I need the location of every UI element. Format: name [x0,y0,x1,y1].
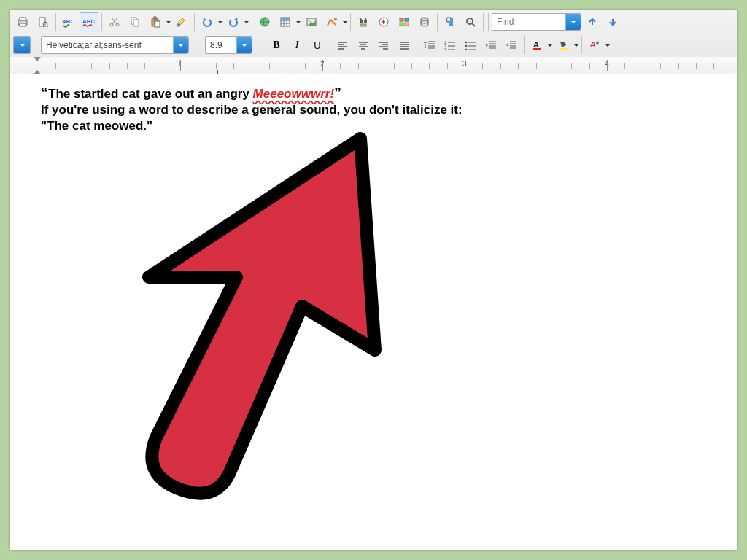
print-button[interactable] [13,12,32,31]
open-quote: “ [41,85,48,101]
line1-text: The startled cat gave out an angry [48,87,253,101]
find-replace-button[interactable] [354,12,373,31]
formatting-toolbar: B I U 123 [10,34,737,57]
auto-spellcheck-button[interactable]: ABC [80,12,98,31]
align-right-button[interactable] [374,36,393,55]
find-input[interactable] [492,14,565,30]
svg-rect-42 [559,48,568,50]
font-size-combo[interactable] [205,36,252,54]
nonprinting-chars-button[interactable] [441,12,460,31]
svg-rect-24 [360,24,366,26]
insert-drawing-button[interactable] [322,12,341,31]
zoom-button[interactable] [461,12,480,31]
cut-button[interactable] [105,12,124,31]
font-name-combo[interactable] [41,36,189,54]
paste-button[interactable] [146,12,165,31]
paragraph-1[interactable]: “The startled cat gave out an angry Meee… [41,85,728,102]
svg-rect-11 [133,20,139,26]
underline-button[interactable]: U [308,36,327,55]
clear-formatting-dropdown[interactable] [605,36,610,54]
svg-point-22 [360,19,363,23]
svg-point-21 [334,18,337,20]
undo-dropdown[interactable] [217,13,222,31]
separator [55,13,56,31]
increase-indent-button[interactable] [502,36,521,55]
svg-text:A: A [589,40,595,49]
separator [488,13,489,31]
redo-button[interactable] [224,12,243,31]
svg-point-20 [309,20,311,23]
clone-formatting-button[interactable] [172,12,191,31]
font-size-input[interactable] [206,37,236,53]
copy-button[interactable] [125,12,144,31]
find-prev-button[interactable] [583,12,602,31]
data-sources-button[interactable] [415,12,434,31]
svg-text:ABC: ABC [82,18,96,25]
font-name-input[interactable] [42,37,173,53]
paragraph-3[interactable]: "The cat meowed." [41,118,728,134]
document-viewport: “The startled cat gave out an angry Meee… [10,74,737,550]
highlight-dropdown[interactable] [573,36,578,54]
paragraph-2[interactable]: If you're using a word to describe a gen… [41,102,728,118]
svg-rect-14 [155,21,160,27]
decrease-indent-button[interactable] [481,36,500,55]
separator [524,36,525,54]
bullet-list-button[interactable] [461,36,480,55]
separator [101,13,102,31]
separator [194,13,195,31]
page[interactable]: “The startled cat gave out an angry Meee… [35,74,737,550]
svg-point-38 [465,45,468,47]
insert-image-button[interactable] [302,12,321,31]
app-window: ABC ABC [10,10,737,550]
print-preview-button[interactable] [34,12,53,31]
svg-line-33 [472,23,475,26]
italic-button[interactable]: I [287,36,306,55]
hyperlink-button[interactable] [255,12,274,31]
font-name-dropdown[interactable] [173,37,188,53]
drawing-dropdown[interactable] [342,13,347,31]
close-quote: ” [334,85,341,101]
font-size-dropdown[interactable] [236,37,252,53]
paragraph-style-combo[interactable] [13,36,31,54]
paste-dropdown[interactable] [166,13,171,31]
table-dropdown[interactable] [295,13,301,31]
separator [581,36,582,54]
svg-text:ABC: ABC [62,18,75,25]
gallery-button[interactable] [395,12,414,31]
clear-formatting-button[interactable]: A [585,36,604,55]
separator [483,13,484,31]
document-body[interactable]: “The startled cat gave out an angry Meee… [41,85,728,134]
find-combo[interactable] [492,13,581,31]
line-spacing-button[interactable] [420,36,439,55]
svg-line-5 [47,26,48,27]
svg-text:3: 3 [444,47,446,50]
navigator-button[interactable] [374,12,393,31]
align-justify-button[interactable] [395,36,414,55]
line2-text: If you're using a word to describe a gen… [41,103,462,117]
separator [350,13,351,31]
find-dropdown-button[interactable] [565,14,581,30]
svg-rect-26 [400,18,403,21]
align-center-button[interactable] [354,36,373,55]
find-next-button[interactable] [603,12,622,31]
svg-rect-18 [281,18,290,20]
svg-point-39 [465,49,468,50]
bold-button[interactable]: B [267,36,286,55]
numbered-list-button[interactable]: 123 [441,36,460,55]
separator [330,36,330,54]
align-left-button[interactable] [333,36,352,55]
undo-button[interactable] [198,12,217,31]
spellcheck-button[interactable]: ABC [59,12,78,31]
svg-point-23 [364,19,367,23]
redo-dropdown[interactable] [244,13,249,31]
separator [437,13,438,31]
highlight-button[interactable] [554,36,573,55]
font-color-button[interactable]: A [527,36,546,55]
svg-text:A: A [533,40,539,49]
onomatopoeia-word: Meeeowwwrr! [253,87,334,101]
font-color-dropdown[interactable] [547,36,552,54]
horizontal-ruler[interactable]: 12345 [10,57,737,75]
first-line-indent-marker[interactable] [34,57,41,61]
insert-table-button[interactable] [276,12,295,31]
svg-rect-13 [154,17,156,19]
